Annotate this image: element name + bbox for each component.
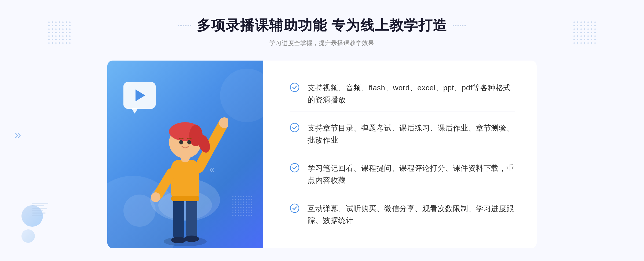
svg-point-5 [171,237,186,243]
svg-point-18 [187,140,191,144]
feature-text-3: 学习笔记回看、课程提问、课程评论打分、课件资料下载，重点内容收藏 [308,162,515,187]
svg-point-17 [179,140,183,144]
feature-item-3: 学习笔记回看、课程提问、课程评论打分、课件资料下载，重点内容收藏 [290,157,515,192]
feature-text-2: 支持章节目录、弹题考试、课后练习、课后作业、章节测验、批改作业 [308,122,515,146]
svg-point-23 [290,204,299,212]
svg-point-21 [290,123,299,132]
svg-point-22 [290,163,299,172]
header-section: 多项录播课辅助功能 专为线上教学打造 学习进度全掌握，提升录播课教学效果 [178,16,466,47]
deco-circle-small [21,229,35,243]
feature-item-4: 互动弹幕、试听购买、微信分享、观看次数限制、学习进度跟踪、数据统计 [290,197,515,232]
title-decorator-left [178,25,191,26]
header-title-row: 多项录播课辅助功能 专为线上教学打造 [178,16,466,35]
illus-dots [232,196,252,216]
svg-point-6 [184,236,199,242]
content-area: « [107,61,537,248]
feature-text-1: 支持视频、音频、flash、word、excel、ppt、pdf等各种格式的资源… [308,82,515,106]
check-icon-4 [290,203,299,213]
page-container: 多项录播课辅助功能 专为线上教学打造 学习进度全掌握，提升录播课教学效果 » [0,0,644,261]
svg-point-20 [290,83,299,92]
main-title: 多项录播课辅助功能 专为线上教学打造 [197,16,447,35]
check-icon-1 [290,83,299,92]
svg-rect-4 [186,197,197,239]
person-illustration [142,93,228,248]
illustration-panel: « [107,61,263,248]
check-icon-2 [290,123,299,132]
check-icon-3 [290,163,299,173]
svg-point-11 [151,192,160,202]
dot-pattern-top-left [48,21,71,44]
dot-pattern-top-right [573,21,596,44]
feature-text-4: 互动弹幕、试听购买、微信分享、观看次数限制、学习进度跟踪、数据统计 [308,203,515,227]
subtitle: 学习进度全掌握，提升录播课教学效果 [178,39,466,47]
svg-rect-3 [173,197,184,240]
deco-lines-left [32,203,48,216]
features-panel: 支持视频、音频、flash、word、excel、ppt、pdf等各种格式的资源… [263,61,537,248]
title-decorator-right [453,25,466,26]
feature-item-2: 支持章节目录、弹题考试、课后练习、课后作业、章节测验、批改作业 [290,117,515,152]
feature-item-1: 支持视频、音频、flash、word、excel、ppt、pdf等各种格式的资源… [290,77,515,112]
chevron-left-icon: » [15,128,21,141]
svg-rect-19 [171,196,199,201]
